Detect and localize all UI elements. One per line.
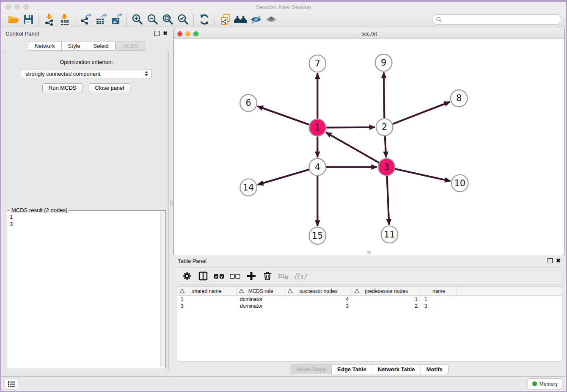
cell-shared-name[interactable]: 3 bbox=[177, 303, 237, 309]
criterion-dropdown[interactable]: strongly connected component bbox=[21, 69, 152, 78]
column-header-name[interactable]: name bbox=[421, 287, 457, 295]
search-input[interactable] bbox=[444, 16, 558, 23]
export-network-icon[interactable] bbox=[78, 13, 94, 26]
tab-node-table[interactable]: Node Table bbox=[291, 364, 332, 374]
table-row[interactable]: 3dominator323 bbox=[177, 303, 562, 309]
close-panel-icon[interactable]: ✖ bbox=[163, 31, 168, 36]
status-bar: Memory bbox=[1, 376, 566, 391]
main-toolbar bbox=[1, 12, 566, 27]
import-network-icon[interactable] bbox=[42, 13, 57, 26]
tab-motifs[interactable]: Motifs bbox=[421, 364, 449, 374]
cell-name[interactable]: 3 bbox=[421, 303, 457, 309]
window-minimize-button[interactable] bbox=[14, 4, 20, 10]
column-header-shared-name[interactable]: shared name bbox=[177, 287, 237, 295]
node-table[interactable]: shared nameMCDS rolesuccessor nodesprede… bbox=[177, 287, 562, 362]
search-field[interactable] bbox=[432, 14, 561, 25]
zoom-out-icon[interactable] bbox=[145, 13, 160, 26]
tab-network-table[interactable]: Network Table bbox=[372, 364, 421, 374]
float-table-panel-icon[interactable] bbox=[548, 258, 553, 263]
import-table-icon[interactable] bbox=[57, 13, 72, 26]
graph-node-label-6: 6 bbox=[245, 98, 251, 108]
select-all-icon[interactable] bbox=[212, 270, 226, 282]
cell-predecessor-nodes[interactable]: 1 bbox=[352, 296, 421, 302]
memory-label: Memory bbox=[539, 381, 558, 387]
window-maximize-button[interactable] bbox=[23, 4, 29, 10]
splitter-handle-left[interactable] bbox=[170, 200, 173, 206]
graph-edge-2-9[interactable] bbox=[384, 72, 384, 118]
run-mcds-button[interactable]: Run MCDS bbox=[42, 83, 83, 92]
table-row[interactable]: 1dominator411 bbox=[177, 296, 562, 303]
graph-edge-3-11[interactable] bbox=[387, 176, 389, 225]
control-panel-title: Control Panel bbox=[6, 30, 39, 37]
zoom-selected-icon[interactable] bbox=[176, 13, 191, 26]
graph-node-label-15: 15 bbox=[312, 231, 323, 241]
add-column-icon[interactable] bbox=[244, 270, 259, 282]
graph-node-label-2: 2 bbox=[382, 122, 387, 132]
float-panel-icon[interactable] bbox=[154, 31, 160, 36]
cell-mcds-role[interactable]: dominator bbox=[237, 296, 285, 302]
network-minimize-icon[interactable]: − bbox=[185, 31, 190, 36]
column-header-successor-nodes[interactable]: successor nodes bbox=[285, 287, 352, 295]
tab-style[interactable]: Style bbox=[62, 41, 87, 51]
graph-edge-2-3[interactable] bbox=[385, 136, 386, 157]
toolbar-separator bbox=[193, 14, 194, 25]
graph-edge-1-2[interactable] bbox=[326, 127, 375, 128]
settings-icon[interactable] bbox=[180, 270, 194, 282]
dropdown-stepper-icon bbox=[143, 71, 150, 76]
graph-edge-2-8[interactable] bbox=[393, 102, 450, 124]
clone-network-icon[interactable] bbox=[218, 13, 233, 26]
zoom-in-icon[interactable] bbox=[130, 13, 145, 26]
mcds-result-text[interactable]: 1 3 bbox=[7, 212, 160, 368]
cell-successor-nodes[interactable]: 4 bbox=[285, 296, 352, 302]
toolbar-separator bbox=[215, 14, 215, 25]
result-scrollbar[interactable] bbox=[160, 211, 165, 367]
memory-button[interactable]: Memory bbox=[528, 378, 562, 389]
toolbar-separator bbox=[127, 14, 127, 25]
close-panel-button[interactable]: Close panel bbox=[89, 83, 131, 92]
refresh-icon[interactable] bbox=[197, 13, 212, 26]
network-canvas[interactable]: 1234678910111415 bbox=[174, 39, 564, 255]
table-panel: Table Panel ✖ bbox=[173, 255, 566, 376]
close-table-panel-icon[interactable]: ✖ bbox=[556, 259, 561, 263]
network-maximize-icon[interactable]: + bbox=[193, 31, 198, 36]
cell-shared-name[interactable]: 1 bbox=[177, 296, 237, 302]
delete-column-icon[interactable] bbox=[260, 270, 275, 282]
network-window-title: scc.txt bbox=[174, 30, 564, 37]
task-history-button[interactable] bbox=[5, 378, 18, 389]
deselect-all-icon[interactable] bbox=[228, 270, 242, 282]
graph-edge-3-10[interactable] bbox=[395, 169, 451, 181]
network-close-icon[interactable]: ✕ bbox=[177, 31, 182, 36]
show-graphics-details-icon[interactable] bbox=[264, 13, 279, 26]
export-table-icon[interactable] bbox=[94, 13, 109, 26]
splitter-handle-bottom[interactable] bbox=[367, 251, 371, 254]
graph-edge-4-14[interactable] bbox=[258, 169, 309, 185]
control-panel: Control Panel ✖ NetworkStyleSelectMCDS O… bbox=[1, 27, 172, 376]
tab-network[interactable]: Network bbox=[28, 41, 62, 51]
tab-select[interactable]: Select bbox=[87, 41, 116, 51]
open-session-icon[interactable] bbox=[6, 13, 21, 26]
window-close-button[interactable] bbox=[6, 4, 11, 10]
toggle-columns-icon[interactable] bbox=[196, 270, 210, 282]
export-image-icon[interactable] bbox=[109, 13, 124, 26]
tab-edge-table[interactable]: Edge Table bbox=[332, 364, 372, 374]
column-header-predecessor-nodes[interactable]: predecessor nodes bbox=[352, 287, 421, 295]
cell-successor-nodes[interactable]: 3 bbox=[285, 303, 352, 309]
memory-status-icon bbox=[532, 381, 537, 386]
home-icon[interactable] bbox=[233, 13, 248, 26]
graph-node-label-1: 1 bbox=[315, 122, 320, 133]
optimization-criterion-label: Optimization criterion: bbox=[4, 59, 168, 65]
graph-node-label-14: 14 bbox=[243, 182, 254, 193]
graph-edge-3-1[interactable] bbox=[326, 133, 379, 163]
cell-predecessor-nodes[interactable]: 2 bbox=[352, 303, 421, 309]
column-header-mcds-role[interactable]: MCDS role bbox=[237, 287, 285, 295]
graph-node-label-11: 11 bbox=[384, 229, 395, 240]
zoom-fit-icon[interactable] bbox=[160, 13, 176, 26]
hide-graphics-details-icon[interactable] bbox=[248, 13, 264, 26]
tab-mcds[interactable]: MCDS bbox=[116, 41, 145, 51]
cell-mcds-role[interactable]: dominator bbox=[237, 303, 285, 309]
network-graph[interactable]: 1234678910111415 bbox=[174, 39, 564, 255]
save-session-icon[interactable] bbox=[21, 13, 36, 26]
graph-node-label-4: 4 bbox=[315, 162, 320, 172]
cell-name[interactable]: 1 bbox=[421, 296, 457, 302]
graph-edge-1-6[interactable] bbox=[258, 106, 309, 124]
